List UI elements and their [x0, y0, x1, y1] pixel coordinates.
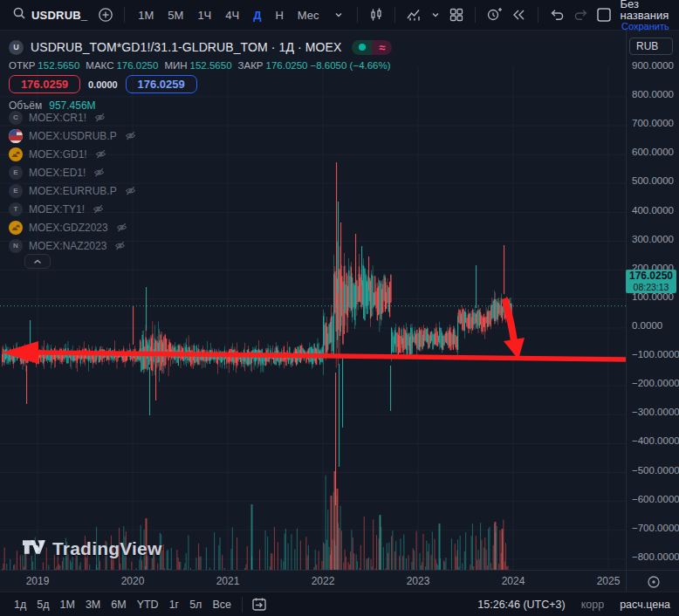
collapse-legend-button[interactable] — [24, 254, 51, 269]
buy-button[interactable]: 176.0259 — [126, 75, 197, 93]
symbol-list-item[interactable]: MOEX:GD1! — [9, 145, 136, 163]
open-label: ОТКР — [9, 60, 35, 71]
symbol-list-item[interactable]: MOEX:USDRUB.P — [9, 127, 136, 145]
symbol-list-item[interactable]: MOEX:GDZ2023 — [9, 218, 136, 236]
range-button-YTD[interactable]: YTD — [132, 596, 164, 613]
scale-settings-icon — [647, 575, 661, 589]
symbol-search-value: USDRUB_ — [31, 9, 87, 22]
toggle-visibility-eye-off-button[interactable] — [116, 222, 127, 233]
price-axis-label: −100.0000 — [632, 349, 679, 359]
symbol-list-item[interactable]: TMOEX:TY1! — [9, 200, 136, 218]
time-axis-label: 2022 — [312, 575, 335, 587]
price-axis-label: 500.0000 — [632, 175, 674, 186]
toggle-visibility-eye-off-button[interactable] — [93, 167, 105, 178]
go-to-date-button[interactable] — [248, 593, 271, 616]
interval-button-1Ч[interactable]: 1Ч — [191, 4, 217, 25]
symbol-list-label: MOEX:CR1! — [29, 112, 86, 124]
toolbar-separator — [538, 7, 538, 23]
time-axis-label: 2025 — [597, 575, 621, 587]
toggle-visibility-eye-off-button[interactable] — [93, 203, 104, 215]
market-open-dot-icon — [352, 40, 372, 55]
adjust-toggle[interactable]: корр — [581, 599, 604, 611]
layout-select-button[interactable] — [593, 3, 615, 26]
price-axis[interactable]: RUB 900.0000800.0000700.0000600.0000500.… — [626, 31, 679, 570]
time-axis[interactable]: 2019202020212022202320242025 — [0, 570, 679, 592]
symbol-list-label: MOEX:NAZ2023 — [29, 240, 106, 252]
symbol-list-label: MOEX:USDRUB.P — [29, 130, 117, 142]
symbol-logo-icon: U — [9, 40, 24, 55]
spread-value: 0.0000 — [88, 79, 118, 90]
time-axis-label: 2023 — [407, 575, 430, 587]
currency-button[interactable]: RUB — [629, 38, 673, 55]
redo-button[interactable] — [570, 3, 593, 26]
price-axis-label: −300.0000 — [632, 407, 679, 417]
range-button-3М[interactable]: 3М — [80, 596, 106, 613]
compare-add-button[interactable] — [94, 3, 117, 26]
symbol-list-item[interactable]: CMOEX:CR1! — [9, 108, 136, 127]
chart-style-button[interactable] — [365, 3, 388, 26]
indicators-menu-button[interactable] — [428, 3, 443, 26]
toolbar-separator — [394, 7, 395, 23]
market-status-pill[interactable]: ≈ — [352, 40, 392, 55]
toggle-visibility-eye-off-button[interactable] — [94, 112, 106, 123]
toolbar-separator — [242, 597, 243, 613]
indicator-templates-button[interactable] — [445, 3, 468, 26]
close-label: ЗАКР — [238, 60, 264, 71]
clock[interactable]: 15:26:46 (UTC+3) — [477, 599, 565, 611]
settlement-price-toggle[interactable]: расч.цена — [620, 599, 670, 611]
interval-button-5М[interactable]: 5М — [161, 4, 189, 25]
range-button-1д[interactable]: 1д — [9, 596, 31, 613]
interval-button-1М[interactable]: 1М — [132, 4, 160, 25]
symbol-search[interactable]: USDRUB_ — [7, 3, 93, 26]
bar-countdown: 08:23:13 — [626, 282, 676, 292]
symbol-letter-icon: N — [9, 239, 23, 253]
layout-title[interactable]: Без названия — [621, 0, 671, 22]
range-button-6М[interactable]: 6М — [106, 596, 131, 613]
range-button-5л[interactable]: 5л — [184, 596, 207, 613]
axis-settings-corner[interactable] — [626, 571, 679, 592]
sell-button[interactable]: 176.0259 — [9, 75, 80, 93]
replay-button[interactable] — [508, 3, 531, 26]
layout-menu-button[interactable] — [676, 3, 679, 26]
price-axis-label: 600.0000 — [632, 147, 674, 157]
interval-button-Д[interactable]: Д — [247, 4, 267, 25]
layout-name-block: Без названия Сохранить — [621, 0, 671, 31]
symbol-title: USDRUB_TOM*GD1!/31.1-GLDRUB_TOM · 1Д · M… — [31, 40, 341, 54]
toggle-visibility-eye-off-button[interactable] — [114, 240, 126, 251]
interval-button-Мес[interactable]: Мес — [291, 4, 326, 25]
alert-button[interactable] — [483, 3, 506, 26]
symbol-header[interactable]: U USDRUB_TOM*GD1!/31.1-GLDRUB_TOM · 1Д ·… — [9, 38, 392, 56]
undo-button[interactable] — [545, 3, 568, 26]
price-axis-label: −600.0000 — [632, 494, 679, 504]
time-axis-label: 2019 — [26, 575, 50, 587]
price-axis-label: 800.0000 — [632, 89, 674, 99]
toggle-visibility-eye-off-button[interactable] — [95, 148, 106, 160]
range-button-1г[interactable]: 1г — [164, 596, 185, 613]
chart-area: U USDRUB_TOM*GD1!/31.1-GLDRUB_TOM · 1Д ·… — [0, 31, 679, 570]
toolbar-separator — [124, 7, 125, 23]
range-button-1М[interactable]: 1М — [55, 596, 80, 613]
gold-icon — [9, 147, 23, 161]
symbol-list-label: MOEX:GD1! — [29, 148, 87, 161]
interval-button-Н[interactable]: Н — [269, 4, 289, 25]
bottom-toolbar: 1д5д1М3М6МYTD1г5лВсе 15:26:46 (UTC+3) ко… — [0, 592, 679, 616]
high-value: 176.0250 — [116, 60, 158, 71]
range-button-Все[interactable]: Все — [207, 596, 237, 613]
range-button-5д[interactable]: 5д — [31, 596, 54, 613]
low-value: 152.5650 — [190, 60, 232, 71]
interval-group: 1М5М1Ч4ЧДНМес — [132, 4, 325, 25]
toggle-visibility-eye-off-button[interactable] — [125, 185, 136, 196]
save-button[interactable]: Сохранить — [621, 22, 669, 32]
price-axis-label: 300.0000 — [632, 234, 674, 244]
symbol-list-label: MOEX:TY1! — [29, 203, 85, 216]
symbol-list-item[interactable]: EMOEX:ED1! — [9, 163, 136, 181]
interval-menu-button[interactable] — [327, 3, 350, 26]
last-price-badge: 176.0250 08:23:13 — [626, 270, 676, 293]
symbol-list-item[interactable]: EMOEX:EURRUB.P — [9, 181, 136, 200]
symbol-list-item[interactable]: NMOEX:NAZ2023 — [9, 236, 136, 255]
toggle-visibility-eye-off-button[interactable] — [125, 130, 136, 141]
interval-button-4Ч[interactable]: 4Ч — [219, 4, 245, 25]
price-axis-label: −700.0000 — [632, 523, 679, 533]
search-icon — [12, 6, 26, 24]
indicators-button[interactable] — [402, 3, 426, 26]
